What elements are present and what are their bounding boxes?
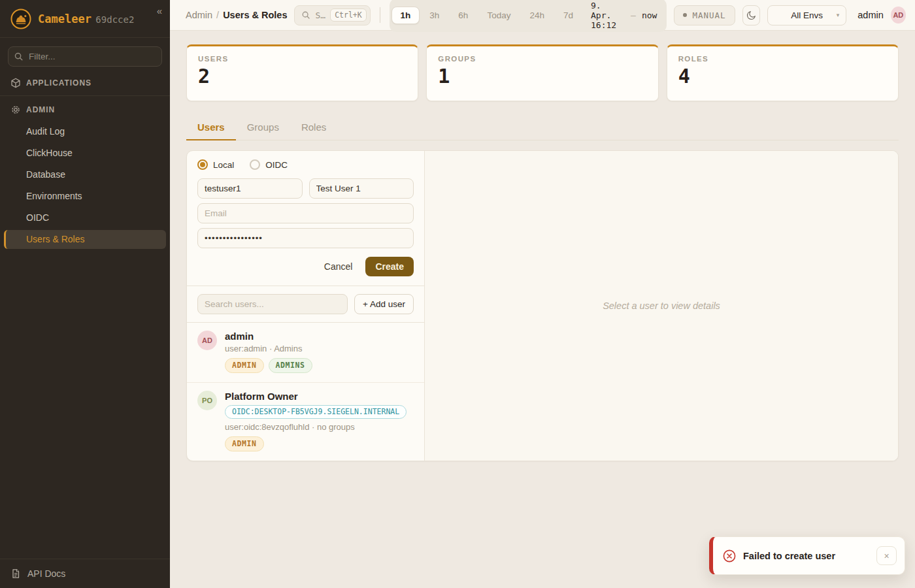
create-button[interactable]: Create — [365, 257, 414, 276]
user-detail-panel: Select a user to view details — [425, 151, 898, 461]
user-list-item-platform-owner[interactable]: PO Platform Owner OIDC:DESKTOP-FB5VGJ9.S… — [187, 383, 424, 461]
sidebar-item-clickhouse[interactable]: ClickHouse — [0, 144, 170, 163]
app-title: Cameleer — [38, 12, 92, 25]
stat-card-users: USERS 2 — [186, 44, 418, 101]
role-badge: ADMIN — [225, 358, 264, 373]
error-toast: Failed to create user × — [709, 536, 905, 575]
toast-message: Failed to create user — [743, 551, 869, 561]
collapse-sidebar-icon[interactable]: « — [157, 5, 162, 16]
time-range-group: 1h 3h 6h Today 24h 7d 9. Apr. 16:12 — no… — [390, 0, 667, 32]
sidebar-logo: Cameleer 69dcce2 « — [0, 0, 170, 38]
cancel-button[interactable]: Cancel — [324, 261, 353, 272]
error-circle-icon — [723, 549, 736, 563]
search-users-input[interactable] — [197, 294, 348, 314]
display-name-field[interactable] — [309, 178, 414, 199]
sidebar-item-audit-log[interactable]: Audit Log — [0, 122, 170, 141]
stat-label: ROLES — [678, 55, 887, 63]
shortcut-badge: Ctrl+K — [330, 8, 367, 22]
moon-icon — [746, 10, 757, 21]
sidebar-item-database[interactable]: Database — [0, 165, 170, 184]
sidebar: Cameleer 69dcce2 « APPLICATIONS ADMIN Au… — [0, 0, 170, 588]
stat-value: 2 — [198, 65, 407, 87]
radio-label: Local — [213, 160, 234, 170]
avatar: PO — [197, 391, 217, 410]
time-range-24h[interactable]: 24h — [520, 7, 554, 24]
theme-toggle-button[interactable] — [742, 5, 761, 25]
users-list-column: Local OIDC Cancel Create — [187, 151, 425, 461]
search-icon — [14, 52, 24, 61]
current-username: admin — [857, 10, 884, 20]
user-search-row: + Add user — [187, 286, 424, 323]
sidebar-filter — [8, 46, 162, 67]
camel-logo-icon — [10, 8, 31, 29]
main-content: USERS 2 GROUPS 1 ROLES 4 Users Groups Ro… — [170, 31, 915, 588]
role-badge: ADMIN — [225, 436, 264, 451]
environment-value: All Envs — [777, 10, 836, 20]
section-label: APPLICATIONS — [26, 78, 92, 88]
stat-card-groups: GROUPS 1 — [426, 44, 658, 101]
user-meta: user:admin · Admins — [225, 344, 312, 353]
time-to: now — [642, 10, 657, 20]
breadcrumb-section[interactable]: Admin — [186, 10, 212, 20]
time-range-today[interactable]: Today — [478, 7, 520, 24]
applications-cube-icon — [10, 78, 21, 88]
sidebar-item-oidc[interactable]: OIDC — [0, 208, 170, 227]
time-range-6h[interactable]: 6h — [449, 7, 477, 24]
sidebar-section-admin[interactable]: ADMIN — [0, 97, 170, 121]
radio-unselected-icon — [250, 159, 260, 170]
status-dot-icon — [683, 13, 687, 17]
tab-groups[interactable]: Groups — [236, 116, 290, 140]
api-docs-label: API Docs — [27, 568, 65, 579]
search-placeholder: S… — [315, 10, 325, 20]
admin-gear-icon — [10, 105, 21, 115]
sidebar-divider — [0, 95, 170, 96]
refresh-mode-badge[interactable]: MANUAL — [674, 5, 735, 25]
header-divider — [380, 7, 380, 23]
time-range-3h[interactable]: 3h — [420, 7, 448, 24]
auth-type-radios: Local OIDC — [197, 159, 414, 170]
global-search[interactable]: S… Ctrl+K — [294, 5, 370, 25]
time-range-display[interactable]: 9. Apr. 16:12 — now — [583, 1, 665, 30]
sidebar-item-users-roles[interactable]: Users & Roles — [4, 230, 166, 249]
username-field[interactable] — [197, 178, 303, 199]
radio-label: OIDC — [265, 160, 288, 170]
app-version: 69dcce2 — [95, 14, 134, 25]
tab-roles[interactable]: Roles — [290, 116, 337, 140]
sidebar-section-applications[interactable]: APPLICATIONS — [0, 71, 170, 94]
time-range-1h[interactable]: 1h — [391, 7, 420, 24]
api-docs-link[interactable]: API Docs — [0, 559, 170, 588]
create-user-form: Local OIDC Cancel Create — [187, 151, 424, 286]
environment-select[interactable]: All Envs ▾ — [767, 5, 846, 25]
breadcrumb-page: Users & Roles — [223, 10, 287, 20]
empty-state-message: Select a user to view details — [603, 301, 720, 311]
time-separator: — — [631, 10, 636, 20]
stat-label: USERS — [198, 55, 407, 63]
stats-row: USERS 2 GROUPS 1 ROLES 4 — [186, 44, 899, 101]
section-label: ADMIN — [26, 105, 55, 114]
radio-oidc[interactable]: OIDC — [250, 159, 288, 170]
user-name: admin — [225, 331, 312, 342]
user-list-item-admin[interactable]: AD admin user:admin · Admins ADMIN ADMIN… — [187, 323, 424, 383]
oidc-provider-badge: OIDC:DESKTOP-FB5VGJ9.SIEGELN.INTERNAL — [225, 405, 407, 419]
avatar: AD — [197, 331, 217, 350]
time-range-7d[interactable]: 7d — [554, 7, 582, 24]
sidebar-item-environments[interactable]: Environments — [0, 187, 170, 206]
user-meta: user:oidc:8evzqofluhld · no groups — [225, 422, 407, 432]
stat-card-roles: ROLES 4 — [667, 44, 899, 101]
user-avatar[interactable]: AD — [891, 7, 906, 24]
refresh-mode-label: MANUAL — [692, 10, 725, 20]
radio-selected-icon — [197, 159, 208, 170]
stat-label: GROUPS — [438, 55, 646, 63]
user-name: Platform Owner — [225, 391, 407, 402]
add-user-button[interactable]: + Add user — [354, 294, 414, 314]
password-field[interactable] — [197, 228, 414, 248]
radio-local[interactable]: Local — [197, 159, 234, 170]
tab-bar: Users Groups Roles — [186, 116, 899, 140]
close-icon[interactable]: × — [876, 546, 897, 565]
group-badge: ADMINS — [269, 358, 312, 373]
email-field[interactable] — [197, 203, 414, 223]
top-header: Admin/Users & Roles S… Ctrl+K 1h 3h 6h T… — [170, 0, 915, 31]
tab-users[interactable]: Users — [186, 116, 236, 140]
sidebar-filter-input[interactable] — [8, 46, 162, 67]
time-from: 9. Apr. 16:12 — [591, 1, 625, 30]
